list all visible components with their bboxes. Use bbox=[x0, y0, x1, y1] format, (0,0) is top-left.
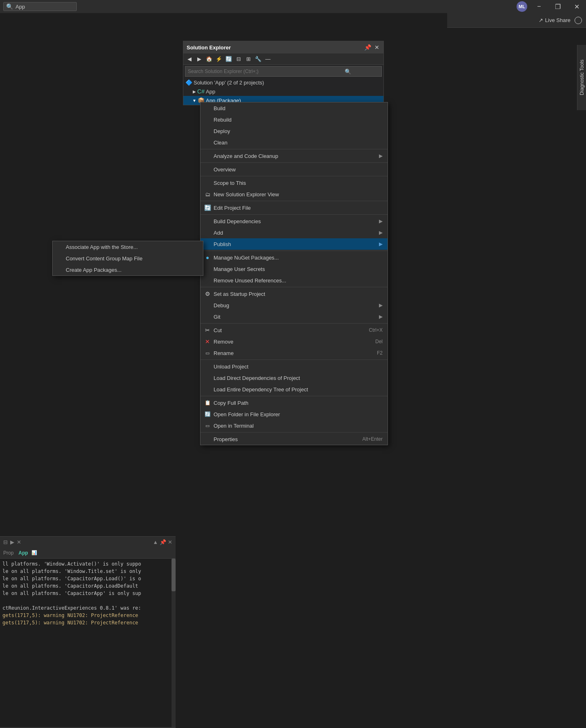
cm-git-label: Git bbox=[214, 314, 379, 320]
cm-startup[interactable]: ⚙ Set as Startup Project bbox=[201, 288, 388, 300]
minimize-button[interactable]: − bbox=[530, 0, 548, 13]
output-panel: ⊟ ▶ ✕ ▲ 📌 ✕ Prop App 📊 ll platforms. 'Wi… bbox=[0, 536, 176, 728]
cm-rebuild[interactable]: Rebuild bbox=[201, 114, 388, 125]
person-icon[interactable] bbox=[575, 17, 582, 24]
cm-editproj-label: Edit Project File bbox=[214, 205, 383, 211]
output-scroll-thumb[interactable] bbox=[172, 559, 176, 591]
app-output-label[interactable]: App bbox=[18, 550, 28, 556]
cm-sep8 bbox=[201, 323, 388, 324]
home-button[interactable]: 🏠 bbox=[205, 55, 214, 64]
user-avatar[interactable]: ML bbox=[517, 1, 527, 12]
se-close-icon[interactable]: ✕ bbox=[374, 43, 380, 51]
cm-build[interactable]: Build bbox=[201, 102, 388, 114]
settings-button[interactable]: 🔧 bbox=[254, 55, 263, 64]
tree-item-solution[interactable]: 🔷 Solution 'App' (2 of 2 projects) bbox=[183, 78, 383, 87]
output-close-icon[interactable]: ✕ bbox=[168, 539, 172, 545]
forward-button[interactable]: ▶ bbox=[195, 55, 204, 64]
output-expand-icon[interactable]: ▲ bbox=[153, 539, 158, 545]
collapse-button[interactable]: ⊟ bbox=[234, 55, 243, 64]
cm-nuget[interactable]: ● Manage NuGet Packages... bbox=[201, 252, 388, 263]
cm-convert-content[interactable]: Convert Content Group Map File bbox=[53, 253, 203, 264]
cm-openterminal[interactable]: ▭ Open in Terminal bbox=[201, 420, 388, 431]
cm-newse-label: New Solution Explorer View bbox=[214, 191, 383, 198]
output-panel-icon1[interactable]: ⊟ bbox=[3, 539, 8, 545]
solution-explorer-search[interactable]: 🔍 bbox=[185, 66, 382, 77]
cm-associate-app-label: Associate App with the Store... bbox=[66, 244, 198, 250]
cm-sep4 bbox=[201, 201, 388, 201]
startup-icon: ⚙ bbox=[204, 291, 211, 297]
close-tab-button[interactable]: — bbox=[263, 55, 272, 64]
cm-unusedrefs[interactable]: Remove Unused References... bbox=[201, 275, 388, 286]
cm-sep1 bbox=[201, 149, 388, 149]
cm-newse[interactable]: 🗂 New Solution Explorer View bbox=[201, 189, 388, 200]
cm-cut[interactable]: ✂ Cut Ctrl+X bbox=[201, 324, 388, 336]
cm-analyze-arrow: ▶ bbox=[379, 153, 383, 159]
cm-clean-label: Clean bbox=[214, 140, 383, 146]
title-search-box[interactable]: 🔍 App bbox=[3, 2, 77, 11]
cm-loadentire[interactable]: Load Entire Dependency Tree of Project bbox=[201, 384, 388, 395]
pin-icon[interactable]: 📌 bbox=[363, 43, 372, 51]
cm-sep3 bbox=[201, 176, 388, 176]
search-input[interactable] bbox=[188, 69, 343, 74]
cm-git[interactable]: Git ▶ bbox=[201, 311, 388, 322]
cm-add-label: Add bbox=[214, 230, 379, 236]
folder-icon: 🔄 bbox=[204, 411, 211, 417]
output-panel-content: ll platforms. 'Window.Activate()' is onl… bbox=[0, 559, 176, 727]
cm-associate-app[interactable]: Associate App with the Store... bbox=[53, 241, 203, 253]
cm-publish[interactable]: Publish ▶ bbox=[201, 238, 388, 250]
cm-debug[interactable]: Debug ▶ bbox=[201, 300, 388, 311]
sync-button[interactable]: ⚡ bbox=[214, 55, 223, 64]
cm-scope[interactable]: Scope to This bbox=[201, 177, 388, 189]
cm-sep11 bbox=[201, 432, 388, 433]
live-share-bar: ↗ Live Share bbox=[447, 13, 586, 28]
back-button[interactable]: ◀ bbox=[185, 55, 194, 64]
cm-sep10 bbox=[201, 396, 388, 396]
search-icon: 🔍 bbox=[6, 3, 13, 10]
cm-usersecrets[interactable]: Manage User Secrets bbox=[201, 263, 388, 275]
tabs-icon: 📊 bbox=[31, 550, 37, 555]
output-panel-icon2[interactable]: ▶ bbox=[10, 539, 14, 545]
cm-remove[interactable]: ✕ Remove Del bbox=[201, 336, 388, 347]
close-button[interactable]: ✕ bbox=[567, 0, 586, 13]
expand-button[interactable]: ⊞ bbox=[244, 55, 253, 64]
output-line-5: ctReunion.InteractiveExperiences 0.8.1' … bbox=[2, 604, 173, 612]
title-app-name: App bbox=[16, 4, 25, 10]
cm-analyze[interactable]: Analyze and Code Cleanup ▶ bbox=[201, 150, 388, 162]
cm-loaddirect[interactable]: Load Direct Dependencies of Project bbox=[201, 372, 388, 384]
diagnostic-tools-tab[interactable]: Diagnostic Tools bbox=[577, 45, 586, 110]
cm-sep5 bbox=[201, 214, 388, 215]
output-line-1: le on all platforms. 'Window.Title.set' … bbox=[2, 568, 173, 575]
refresh-button[interactable]: 🔄 bbox=[224, 55, 233, 64]
output-scrollbar[interactable] bbox=[172, 559, 176, 727]
cm-add[interactable]: Add ▶ bbox=[201, 227, 388, 238]
cm-loaddirect-label: Load Direct Dependencies of Project bbox=[214, 375, 383, 381]
search-icon: 🔍 bbox=[345, 69, 351, 75]
diagnostic-tools-label: Diagnostic Tools bbox=[579, 60, 585, 95]
cm-copyfullpath[interactable]: 📋 Copy Full Path bbox=[201, 397, 388, 408]
cm-scope-label: Scope to This bbox=[214, 180, 383, 186]
title-bar-right: ML − ❐ ✕ bbox=[517, 0, 586, 13]
cm-cut-shortcut: Ctrl+X bbox=[369, 327, 383, 333]
cm-copyfullpath-label: Copy Full Path bbox=[214, 400, 383, 406]
cm-remove-shortcut: Del bbox=[375, 339, 383, 344]
output-panel-header: ⊟ ▶ ✕ ▲ 📌 ✕ bbox=[0, 537, 176, 547]
tree-item-app[interactable]: ▶ C# App bbox=[183, 87, 383, 96]
output-panel-icon3[interactable]: ✕ bbox=[17, 539, 21, 545]
cm-openfolder[interactable]: 🔄 Open Folder in File Explorer bbox=[201, 408, 388, 420]
cm-builddep[interactable]: Build Dependencies ▶ bbox=[201, 215, 388, 227]
cm-rename[interactable]: ▭ Rename F2 bbox=[201, 347, 388, 359]
output-pin-icon[interactable]: 📌 bbox=[160, 539, 166, 545]
output-line-7: gets(1717,5): warning NU1702: ProjectRef… bbox=[2, 619, 173, 626]
maximize-button[interactable]: ❐ bbox=[548, 0, 567, 13]
cm-editproj[interactable]: 🔄 Edit Project File bbox=[201, 202, 388, 213]
output-panel-header-icons: ⊟ ▶ ✕ bbox=[3, 539, 21, 545]
app-icon: C# bbox=[197, 88, 205, 95]
cm-properties[interactable]: Properties Alt+Enter bbox=[201, 433, 388, 445]
live-share-button[interactable]: ↗ Live Share bbox=[539, 17, 570, 23]
cm-overview[interactable]: Overview bbox=[201, 164, 388, 175]
cm-deploy[interactable]: Deploy bbox=[201, 125, 388, 137]
solution-icon: 🔷 bbox=[185, 79, 192, 86]
cm-create-packages[interactable]: Create App Packages... bbox=[53, 264, 203, 275]
cm-clean[interactable]: Clean bbox=[201, 137, 388, 148]
cm-unload[interactable]: Unload Project bbox=[201, 361, 388, 372]
